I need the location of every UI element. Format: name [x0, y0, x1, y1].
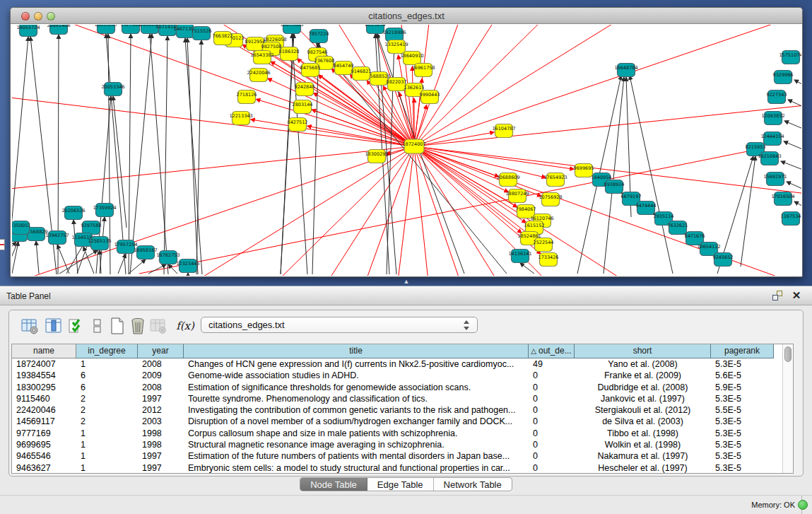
- network-canvas[interactable]: 1405572420891406106532871527602696616310…: [12, 25, 801, 276]
- column-header-year[interactable]: year: [138, 344, 184, 358]
- graph-node[interactable]: 19218986: [382, 28, 406, 42]
- table-row[interactable]: 946362711997Embryonic stem cells: a mode…: [12, 462, 782, 474]
- merge-cells-icon[interactable]: [88, 317, 107, 335]
- new-table-icon[interactable]: [108, 317, 126, 335]
- graph-node[interactable]: 9474444: [636, 201, 657, 215]
- graph-node[interactable]: 18300295: [365, 150, 388, 163]
- graph-node[interactable]: 12093832: [761, 112, 784, 125]
- graph-node[interactable]: 8427512: [288, 118, 308, 132]
- graph-node[interactable]: 16104787: [492, 124, 515, 138]
- graph-node[interactable]: 9329966: [773, 71, 794, 84]
- graph-node[interactable]: 1167534: [781, 212, 801, 226]
- graph-node[interactable]: 13942757: [45, 231, 69, 245]
- graph-node[interactable]: 17016504: [771, 192, 794, 206]
- graph-node[interactable]: 18807249: [505, 189, 529, 203]
- graph-node[interactable]: 9699695: [574, 164, 594, 177]
- graph-node[interactable]: 2803144: [293, 100, 313, 114]
- graph-node[interactable]: 10653287: [94, 25, 117, 34]
- graph-node[interactable]: 12444154: [760, 132, 784, 146]
- graph-node[interactable]: 1527602: [121, 25, 141, 34]
- node-table[interactable]: namein_degreeyeartitle△out_de...shortpag…: [11, 344, 794, 474]
- graph-node[interactable]: 20891406: [47, 25, 70, 35]
- graph-node[interactable]: 17654923: [543, 173, 567, 187]
- graph-node[interactable]: 10756928: [539, 193, 562, 206]
- graph-node[interactable]: 7663822: [213, 32, 233, 45]
- status-bar: Memory: OK: [0, 495, 812, 514]
- graph-node[interactable]: 7632621: [668, 221, 688, 235]
- table-row[interactable]: 1456911722003Disruption of a novel membe…: [12, 416, 782, 427]
- graph-node[interactable]: 9146821: [351, 67, 372, 81]
- graph-node[interactable]: 17359924: [93, 204, 116, 217]
- column-header-title[interactable]: title: [184, 344, 529, 358]
- float-panel-icon[interactable]: [772, 291, 784, 302]
- table-row[interactable]: 1830029562008Estimation of significance …: [12, 382, 782, 393]
- graph-node[interactable]: 9242848: [295, 83, 315, 96]
- graph-node[interactable]: 13325419: [384, 40, 408, 54]
- graph-node[interactable]: 9227343: [767, 90, 787, 104]
- row-select-icon[interactable]: [67, 317, 86, 335]
- column-header-name[interactable]: name: [12, 344, 76, 358]
- tab-node-table[interactable]: Node Table: [300, 478, 367, 491]
- splitter-handle[interactable]: ▲: [401, 279, 411, 284]
- tab-edge-table[interactable]: Edge Table: [367, 478, 434, 491]
- graph-node[interactable]: 9245652: [713, 253, 734, 267]
- column-visibility-icon[interactable]: [45, 317, 63, 335]
- graph-node[interactable]: 14136141: [508, 250, 531, 263]
- graph-node[interactable]: 18640910: [400, 52, 423, 65]
- table-settings-icon[interactable]: [20, 317, 39, 335]
- cell-title: Estimation of significance thresholds fo…: [184, 382, 529, 393]
- table-row[interactable]: 1872400712008Changes of HCN gene express…: [12, 358, 782, 370]
- graph-node[interactable]: 16958167: [134, 246, 157, 259]
- table-row[interactable]: 946554611997Estimation of the future num…: [12, 450, 782, 462]
- column-header-short[interactable]: short: [575, 344, 711, 358]
- table-row[interactable]: 2242004622012Investigating the contribut…: [12, 404, 782, 416]
- graph-node[interactable]: 8475685: [300, 64, 321, 77]
- graph-node[interactable]: 20206526: [61, 206, 85, 220]
- graph-node[interactable]: 16210643: [758, 152, 781, 165]
- graph-node[interactable]: 15751074: [779, 51, 801, 64]
- graph-node[interactable]: 20053346: [101, 83, 124, 96]
- graph-node[interactable]: 8350051: [12, 221, 30, 235]
- table-row[interactable]: 977716911998Corpus callosum shape and si…: [12, 428, 782, 439]
- graph-node[interactable]: 18724007: [402, 139, 425, 153]
- table-row[interactable]: 1938455462009Genome-wide association stu…: [12, 370, 782, 381]
- graph-node[interactable]: 2718126: [237, 90, 257, 104]
- graph-node[interactable]: 22420046: [247, 69, 270, 82]
- svg-text:18724007: 18724007: [402, 141, 425, 147]
- table-source-dropdown[interactable]: citations_edges.txt: [201, 317, 478, 333]
- graph-node[interactable]: 8938924: [604, 180, 625, 194]
- function-builder-icon[interactable]: f(x): [176, 317, 194, 335]
- graph-node[interactable]: 14055724: [16, 25, 40, 37]
- graph-node[interactable]: 8186328: [279, 47, 300, 61]
- table-row[interactable]: 911546021997Tourette syndrome. Phenomeno…: [12, 393, 782, 404]
- graph-node[interactable]: 9297588: [81, 221, 102, 235]
- column-header-out_degree[interactable]: △out_de...: [529, 344, 575, 358]
- graph-node[interactable]: 12323445: [176, 259, 199, 273]
- graph-node[interactable]: 16648784: [614, 64, 637, 77]
- graph-node[interactable]: 16033809: [280, 25, 303, 34]
- close-panel-icon[interactable]: ✕: [791, 290, 802, 301]
- network-window-titlebar[interactable]: citations_edges.txt: [11, 8, 802, 24]
- table-vertical-scrollbar[interactable]: [782, 344, 793, 473]
- graph-node[interactable]: 12505135: [88, 237, 111, 250]
- graph-node[interactable]: 1733426: [539, 253, 559, 267]
- tab-network-table[interactable]: Network Table: [434, 478, 512, 491]
- graph-node[interactable]: 9990443: [420, 90, 440, 104]
- delete-table-icon[interactable]: [129, 317, 147, 335]
- graph-node[interactable]: 2522544: [534, 238, 554, 252]
- graph-node[interactable]: 16961758: [411, 64, 435, 77]
- table-row[interactable]: 969969511998Structural magnetic resonanc…: [12, 439, 782, 450]
- node-table-body[interactable]: 1872400712008Changes of HCN gene express…: [12, 358, 782, 473]
- graph-node[interactable]: 7857224: [309, 30, 329, 43]
- graph-node[interactable]: 7515526: [192, 27, 212, 40]
- graph-node[interactable]: 15692971: [763, 173, 787, 186]
- graph-node[interactable]: 10688609: [496, 173, 519, 187]
- network-view-window[interactable]: citations_edges.txt 14055724208914061065…: [10, 7, 803, 277]
- node-table-header[interactable]: namein_degreeyeartitle△out_de...shortpag…: [12, 344, 782, 358]
- graph-node[interactable]: 16543382: [250, 51, 273, 64]
- graph-node[interactable]: 12213343: [229, 112, 252, 125]
- scrollbar-thumb[interactable]: [784, 346, 792, 362]
- cell-short: Hescheler et al. (1997): [575, 462, 711, 474]
- column-header-pagerank[interactable]: pagerank: [711, 344, 774, 358]
- column-header-in_degree[interactable]: in_degree: [76, 344, 138, 358]
